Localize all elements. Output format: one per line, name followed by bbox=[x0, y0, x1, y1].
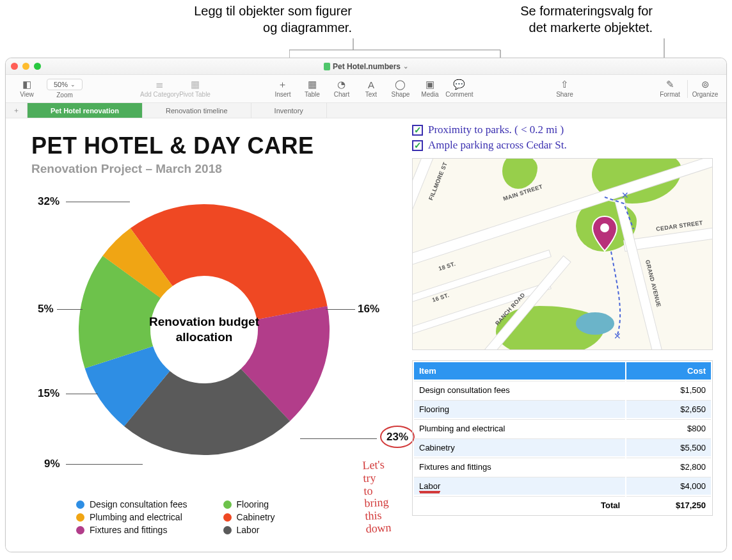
checklist: ✓Proximity to parks. ( < 0.2 mi ) ✓Ample… bbox=[412, 124, 567, 154]
table-row[interactable]: Cabinetry$5,500 bbox=[414, 438, 711, 456]
table-row[interactable]: Design consultation fees$1,500 bbox=[414, 381, 711, 399]
document-icon bbox=[324, 63, 330, 70]
pct-label-32: 32% bbox=[38, 195, 60, 208]
pct-label-5: 5% bbox=[38, 303, 54, 316]
plus-icon: ＋ bbox=[278, 79, 287, 90]
text-button[interactable]: AText bbox=[356, 79, 386, 98]
chart-center-label: Renovation budget allocation bbox=[76, 202, 332, 458]
checkbox-icon: ✓ bbox=[412, 125, 423, 136]
zoom-dropdown[interactable]: 50%⌄ bbox=[47, 79, 83, 90]
add-sheet-button[interactable]: ＋ bbox=[6, 103, 28, 118]
pct-label-15: 15% bbox=[38, 387, 60, 400]
page-title: PET HOTEL & DAY CARE bbox=[31, 132, 314, 159]
table-total-row[interactable]: Total$17,250 bbox=[414, 496, 711, 514]
chart-button[interactable]: ◔Chart bbox=[327, 79, 356, 98]
format-button[interactable]: ✎Format bbox=[655, 79, 685, 98]
list-icon: ≣ bbox=[155, 79, 164, 90]
add-category-button[interactable]: ≣Add Category bbox=[140, 79, 179, 98]
table-row[interactable]: Flooring$2,650 bbox=[414, 400, 711, 418]
sheet-tab-renovation-timeline[interactable]: Renovation timeline bbox=[143, 103, 251, 118]
format-icon: ✎ bbox=[666, 79, 674, 90]
canvas[interactable]: PET HOTEL & DAY CARE Renovation Project … bbox=[6, 118, 726, 552]
table-icon: ▦ bbox=[308, 79, 317, 90]
shape-icon: ◯ bbox=[395, 79, 406, 90]
table-row[interactable]: Fixtures and fittings$2,800 bbox=[414, 458, 711, 476]
comment-icon: 💬 bbox=[453, 79, 465, 90]
shape-button[interactable]: ◯Shape bbox=[386, 79, 415, 98]
pct-label-9: 9% bbox=[44, 458, 60, 470]
svg-text:✕: ✕ bbox=[614, 331, 621, 341]
sheet-tab-pet-hotel-renovation[interactable]: Pet Hotel renovation bbox=[28, 103, 143, 118]
toolbar: ◧ View 50%⌄ Zoom ≣Add Category ▦Pivot Ta… bbox=[6, 75, 726, 103]
chevron-down-icon: ⌄ bbox=[70, 81, 76, 88]
zoom-label: Zoom bbox=[56, 92, 73, 99]
table-row[interactable]: Plumbing and electrical$800 bbox=[414, 419, 711, 437]
pivot-table-button[interactable]: ▦Pivot Table bbox=[179, 79, 211, 98]
pct-label-23: 23% bbox=[380, 431, 415, 444]
donut-chart[interactable]: Renovation budget allocation 32% 5% 15% … bbox=[38, 195, 396, 502]
pivot-icon: ▦ bbox=[191, 79, 200, 90]
table-row[interactable]: Labor$4,000 bbox=[414, 477, 711, 495]
col-item[interactable]: Item bbox=[414, 362, 625, 380]
sheet-tab-inventory[interactable]: Inventory bbox=[251, 103, 327, 118]
pct-label-16: 16% bbox=[358, 303, 379, 316]
app-window: Pet Hotel.numbers ⌄ ◧ View 50%⌄ Zoom ≣Ad… bbox=[5, 58, 727, 552]
map-image: FILLMORE ST MAIN STREET CEDAR STREET RAN… bbox=[412, 158, 713, 350]
page-subtitle: Renovation Project – March 2018 bbox=[31, 162, 314, 176]
sheet-tabs: ＋ Pet Hotel renovation Renovation timeli… bbox=[6, 103, 726, 118]
insert-button[interactable]: ＋Insert bbox=[268, 79, 298, 98]
organize-button[interactable]: ⊚Organize bbox=[690, 79, 720, 98]
media-button[interactable]: ▣Media bbox=[415, 79, 445, 98]
share-icon: ⇧ bbox=[561, 79, 569, 90]
share-button[interactable]: ⇧Share bbox=[550, 79, 579, 98]
checkbox-icon: ✓ bbox=[412, 140, 423, 151]
text-icon: A bbox=[368, 79, 374, 90]
view-button[interactable]: ◧ View bbox=[12, 79, 42, 98]
chart-legend: Design consultation fees Flooring Plumbi… bbox=[76, 499, 274, 535]
media-icon: ▣ bbox=[426, 79, 434, 90]
callout-format: Se formateringsvalg for det markerte obj… bbox=[461, 3, 653, 36]
hand-annotation: Let's try to bring this down bbox=[362, 458, 398, 536]
callout-add-objects: Legg til objekter som figurer og diagram… bbox=[122, 3, 352, 36]
chart-icon: ◔ bbox=[337, 79, 346, 90]
titlebar: Pet Hotel.numbers ⌄ bbox=[6, 58, 726, 75]
comment-button[interactable]: 💬Comment bbox=[445, 79, 474, 98]
sidebar-icon: ◧ bbox=[22, 79, 31, 90]
window-title: Pet Hotel.numbers bbox=[333, 62, 401, 71]
col-cost[interactable]: Cost bbox=[626, 362, 711, 380]
table-button[interactable]: ▦Table bbox=[298, 79, 327, 98]
svg-text:✕: ✕ bbox=[621, 190, 629, 200]
cost-table[interactable]: Item Cost Design consultation fees$1,500… bbox=[412, 360, 713, 516]
chevron-down-icon[interactable]: ⌄ bbox=[403, 63, 408, 70]
organize-icon: ⊚ bbox=[701, 79, 710, 90]
